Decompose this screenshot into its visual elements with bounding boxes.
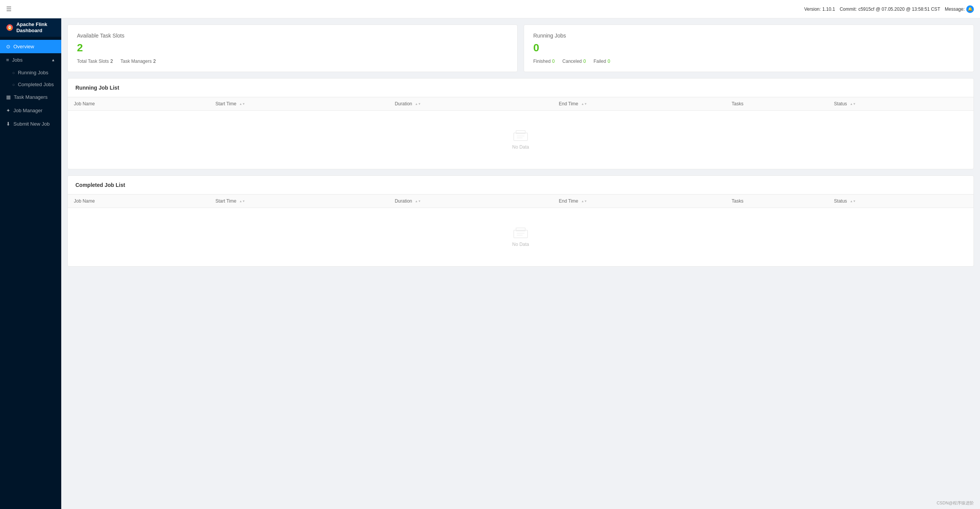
comp-col-end-time-label: End Time xyxy=(559,198,578,204)
available-task-slots-value: 2 xyxy=(77,42,508,54)
sidebar-logo-text: Apache Flink Dashboard xyxy=(16,21,55,33)
running-job-list-title: Running Job List xyxy=(68,79,973,97)
comp-col-tasks: Tasks xyxy=(725,195,828,208)
sidebar-item-overview-label: Overview xyxy=(13,44,34,49)
summary-cards-row: Available Task Slots 2 Total Task Slots … xyxy=(67,25,974,72)
version-value: 1.10.1 xyxy=(822,7,835,12)
completed-job-list-no-data-row: No Data xyxy=(68,208,973,267)
running-jobs-card-title: Running Jobs xyxy=(533,33,964,39)
comp-col-status[interactable]: Status ▲▼ xyxy=(828,195,973,208)
completed-job-list-title: Completed Job List xyxy=(68,176,973,195)
sidebar-item-job-manager[interactable]: ✦ Job Manager xyxy=(0,104,61,117)
sidebar-item-jobs-label: Jobs xyxy=(12,57,23,63)
col-duration[interactable]: Duration ▲▼ xyxy=(389,97,553,111)
running-job-list-table: Job Name Start Time ▲▼ Duration ▲▼ xyxy=(68,97,973,169)
completed-job-list-no-data-text: No Data xyxy=(512,242,529,247)
sidebar-item-running-jobs-label: Running Jobs xyxy=(18,70,49,75)
col-duration-label: Duration xyxy=(395,101,412,106)
comp-duration-sort-icon: ▲▼ xyxy=(415,200,421,203)
sidebar-logo: Apache Flink Dashboard xyxy=(0,18,61,37)
running-job-list-header-row: Job Name Start Time ▲▼ Duration ▲▼ xyxy=(68,97,973,111)
failed-stat: Failed 0 xyxy=(593,59,610,64)
no-data-icon xyxy=(513,130,528,141)
completed-job-list-thead: Job Name Start Time ▲▼ Duration ▲▼ xyxy=(68,195,973,208)
start-time-sort-icon: ▲▼ xyxy=(239,103,245,106)
comp-col-job-name: Job Name xyxy=(68,195,209,208)
sidebar: Apache Flink Dashboard ⊙ Overview ≡ Jobs… xyxy=(0,18,61,509)
total-task-slots-label: Total Task Slots xyxy=(77,59,109,64)
comp-col-duration-label: Duration xyxy=(395,198,412,204)
header-right: Version: 1.10.1 Commit: c5915cf @ 07.05.… xyxy=(804,5,974,13)
col-end-time[interactable]: End Time ▲▼ xyxy=(553,97,725,111)
running-jobs-card: Running Jobs 0 Finished 0 Canceled 0 Fai… xyxy=(524,25,974,72)
completed-job-list-section: Completed Job List Job Name Start Time ▲… xyxy=(67,175,974,267)
running-jobs-icon: ○ xyxy=(12,70,15,75)
completed-job-list-no-data: No Data xyxy=(74,212,967,262)
status-sort-icon: ▲▼ xyxy=(850,103,856,106)
sidebar-item-submit-new-job-label: Submit New Job xyxy=(13,121,50,127)
running-jobs-stats: Finished 0 Canceled 0 Failed 0 xyxy=(533,59,964,64)
completed-jobs-icon: ○ xyxy=(12,82,15,87)
failed-value: 0 xyxy=(608,59,610,64)
commit-value: c5915cf @ 07.05.2020 @ 13:58:51 CST xyxy=(858,7,940,12)
jobs-menu-icon: ≡ xyxy=(6,57,9,63)
comp-end-time-sort-icon: ▲▼ xyxy=(581,200,587,203)
jobs-chevron-icon: ▲ xyxy=(51,58,55,62)
main-layout: Apache Flink Dashboard ⊙ Overview ≡ Jobs… xyxy=(0,18,980,509)
commit-label: Commit: xyxy=(840,7,857,12)
svg-point-4 xyxy=(10,27,11,28)
task-managers-icon: ▦ xyxy=(6,94,11,100)
hamburger-icon[interactable]: ☰ xyxy=(6,5,11,13)
top-header: ☰ Version: 1.10.1 Commit: c5915cf @ 07.0… xyxy=(0,0,980,18)
running-job-list-table-container: Job Name Start Time ▲▼ Duration ▲▼ xyxy=(68,97,973,169)
available-task-slots-card: Available Task Slots 2 Total Task Slots … xyxy=(67,25,518,72)
comp-start-time-sort-icon: ▲▼ xyxy=(239,200,245,203)
task-managers-label: Task Managers xyxy=(121,59,152,64)
sidebar-item-jobs-group[interactable]: ≡ Jobs ▲ xyxy=(0,53,61,67)
completed-job-list-header-row: Job Name Start Time ▲▼ Duration ▲▼ xyxy=(68,195,973,208)
sidebar-item-running-jobs[interactable]: ○ Running Jobs xyxy=(0,67,61,79)
message-bell-icon[interactable]: 🔔 xyxy=(966,5,974,13)
completed-job-list-no-data-cell: No Data xyxy=(68,208,973,267)
finished-value: 0 xyxy=(552,59,555,64)
running-job-list-no-data: No Data xyxy=(74,115,967,165)
completed-job-list-table-container: Job Name Start Time ▲▼ Duration ▲▼ xyxy=(68,195,973,266)
duration-sort-icon: ▲▼ xyxy=(415,103,421,106)
total-task-slots-value: 2 xyxy=(110,59,113,64)
sidebar-navigation: ⊙ Overview ≡ Jobs ▲ ○ Running Jobs ○ Com… xyxy=(0,37,61,509)
end-time-sort-icon: ▲▼ xyxy=(581,103,587,106)
comp-col-start-time[interactable]: Start Time ▲▼ xyxy=(209,195,389,208)
comp-col-job-name-label: Job Name xyxy=(74,198,95,204)
sidebar-item-overview[interactable]: ⊙ Overview xyxy=(0,40,61,53)
col-end-time-label: End Time xyxy=(559,101,578,106)
completed-job-list-tbody: No Data xyxy=(68,208,973,267)
svg-point-3 xyxy=(9,27,10,28)
col-job-name: Job Name xyxy=(68,97,209,111)
footer-watermark: CSDN@程序猿进阶 xyxy=(937,500,974,506)
sidebar-item-task-managers-label: Task Managers xyxy=(14,94,47,100)
canceled-value: 0 xyxy=(583,59,586,64)
submit-job-icon: ⬇ xyxy=(6,121,10,127)
sidebar-item-task-managers[interactable]: ▦ Task Managers xyxy=(0,90,61,104)
overview-icon: ⊙ xyxy=(6,44,10,49)
task-managers-meta: Task Managers 2 xyxy=(121,59,156,64)
comp-col-duration[interactable]: Duration ▲▼ xyxy=(389,195,553,208)
canceled-label: Canceled xyxy=(562,59,582,64)
comp-col-end-time[interactable]: End Time ▲▼ xyxy=(553,195,725,208)
sidebar-item-submit-new-job[interactable]: ⬇ Submit New Job xyxy=(0,117,61,131)
comp-col-start-time-label: Start Time xyxy=(216,198,237,204)
running-job-list-tbody: No Data xyxy=(68,111,973,169)
comp-col-status-label: Status xyxy=(834,198,847,204)
sidebar-item-completed-jobs[interactable]: ○ Completed Jobs xyxy=(0,79,61,90)
col-status[interactable]: Status ▲▼ xyxy=(828,97,973,111)
comp-col-tasks-label: Tasks xyxy=(732,198,743,204)
sidebar-item-completed-jobs-label: Completed Jobs xyxy=(18,82,54,87)
canceled-stat: Canceled 0 xyxy=(562,59,586,64)
col-start-time[interactable]: Start Time ▲▼ xyxy=(209,97,389,111)
running-jobs-value: 0 xyxy=(533,42,964,54)
total-task-slots-meta: Total Task Slots 2 xyxy=(77,59,113,64)
failed-label: Failed xyxy=(593,59,606,64)
col-job-name-label: Job Name xyxy=(74,101,95,106)
completed-job-list-table: Job Name Start Time ▲▼ Duration ▲▼ xyxy=(68,195,973,266)
header-left: ☰ xyxy=(6,5,11,13)
